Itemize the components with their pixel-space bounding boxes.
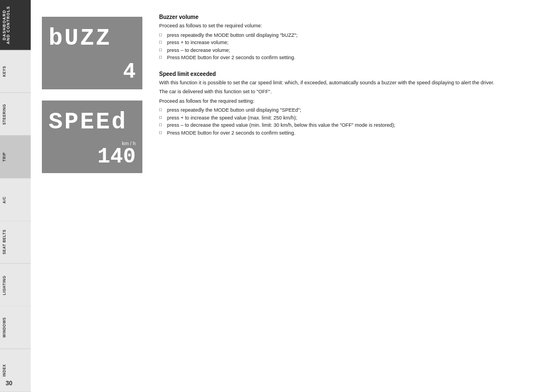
list-item: press repeatedly the MODE button until d…: [159, 32, 519, 40]
sidebar-tab-lighting[interactable]: LIGHTING: [0, 264, 31, 307]
buzzer-volume-title: Buzzer volume: [159, 14, 519, 20]
speed-value: 140: [98, 146, 136, 168]
buzzer-volume-intro: Proceed as follows to set the required v…: [159, 22, 519, 30]
buzzer-volume-list: press repeatedly the MODE button until d…: [159, 32, 519, 62]
sidebar-tab-index[interactable]: INDEX: [0, 350, 31, 393]
list-item: press repeatedly the MODE button until d…: [159, 107, 519, 114]
speed-limit-intro2: The car is delivered with this function …: [159, 88, 519, 96]
list-item: press – to decrease volume;: [159, 47, 519, 55]
sidebar-tabs: KEYS STEERING TRIP A/C SEAT BELTS LIGHTI…: [0, 50, 31, 392]
list-item: press + to increase volume;: [159, 39, 519, 47]
list-item: press – to decrease the speed value (min…: [159, 122, 519, 130]
main-content: bUZZ 4 SPEEd km / h 140 Buzzer volume Pr…: [31, 0, 536, 392]
buzz-display-value: 4: [123, 60, 136, 84]
displays-column: bUZZ 4 SPEEd km / h 140: [31, 0, 154, 392]
speed-display-sub: km / h 140: [98, 141, 136, 168]
sidebar-tab-ac[interactable]: A/C: [0, 179, 31, 222]
list-item: Press MODE button for over 2 seconds to …: [159, 130, 519, 137]
page-number: 30: [6, 380, 12, 386]
speed-limit-title: Speed limit exceeded: [159, 71, 519, 77]
sidebar-header-text: DASHBOARD AND CONTROLS: [2, 6, 10, 44]
speed-display-text: SPEEd: [49, 111, 127, 134]
list-item: press + to increase the speed value (max…: [159, 114, 519, 122]
speed-limit-intro1: With this function it is possible to set…: [159, 79, 519, 87]
buzz-display: bUZZ 4: [42, 17, 142, 89]
sidebar-header: DASHBOARD AND CONTROLS: [0, 0, 31, 50]
sidebar-tab-seatbelts[interactable]: SEAT BELTS: [0, 221, 31, 264]
buzz-display-text: bUZZ: [49, 27, 112, 50]
sidebar-tab-keys[interactable]: KEYS: [0, 50, 31, 93]
speed-limit-list: press repeatedly the MODE button until d…: [159, 107, 519, 137]
sidebar-tab-steering[interactable]: STEERING: [0, 93, 31, 136]
sidebar: DASHBOARD AND CONTROLS KEYS STEERING TRI…: [0, 0, 31, 392]
sidebar-tab-trip[interactable]: TRIP: [0, 136, 31, 179]
speed-limit-intro3: Proceed as follows for the required sett…: [159, 98, 519, 106]
sidebar-tab-windows[interactable]: WINDOWS: [0, 307, 31, 350]
list-item: Press MODE button for over 2 seconds to …: [159, 54, 519, 62]
text-column: Buzzer volume Proceed as follows to set …: [154, 0, 536, 392]
speed-display: SPEEd km / h 140: [42, 101, 142, 173]
